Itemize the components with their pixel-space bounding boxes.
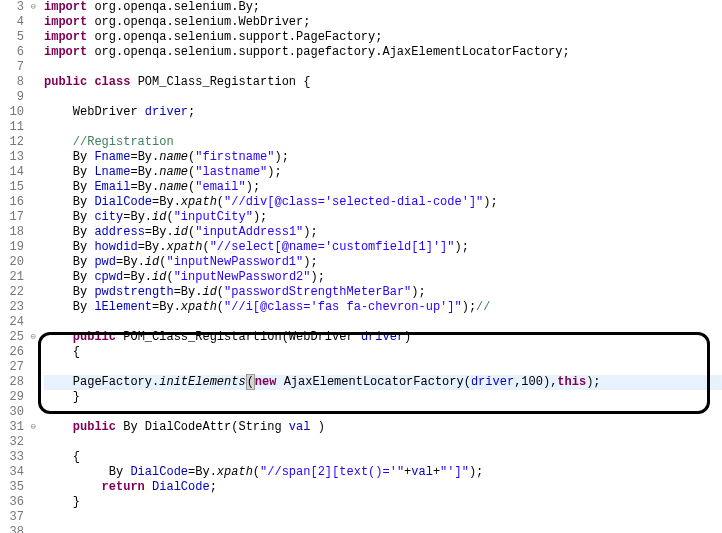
code-line[interactable]: import org.openqa.selenium.support.pagef… [44, 45, 722, 60]
token-method-static: xpath [166, 240, 202, 254]
token-method-static: id [202, 285, 216, 299]
code-line[interactable]: public By DialCodeAttr(String val ) [44, 420, 722, 435]
token-plain: ; [188, 105, 195, 119]
code-line[interactable]: //Registration [44, 135, 722, 150]
code-line[interactable]: By pwdstrength=By.id("passwordStrengthMe… [44, 285, 722, 300]
token-plain: ); [253, 210, 267, 224]
token-plain: ) [310, 420, 324, 434]
token-plain: POM_Class_Registartion(WebDriver [116, 330, 361, 344]
line-number: 7 [0, 60, 24, 75]
token-kw: class [94, 75, 130, 89]
token-method-static: name [159, 150, 188, 164]
code-line[interactable]: By pwd=By.id("inputNewPassword1"); [44, 255, 722, 270]
code-editor[interactable]: 3⊖45678910111213141516171819202122232425… [0, 0, 722, 533]
code-line[interactable] [44, 120, 722, 135]
code-line[interactable] [44, 510, 722, 525]
token-method-static: name [159, 165, 188, 179]
token-method-static: name [159, 180, 188, 194]
line-number: 17 [0, 210, 24, 225]
token-str: "inputNewPassword1" [166, 255, 303, 269]
token-plain: ); [411, 285, 425, 299]
code-line[interactable]: By Email=By.name("email"); [44, 180, 722, 195]
code-line[interactable] [44, 315, 722, 330]
line-number: 25⊖ [0, 330, 24, 345]
line-number-gutter: 3⊖45678910111213141516171819202122232425… [0, 0, 30, 533]
fold-marker-icon[interactable]: ⊖ [31, 330, 36, 345]
code-line[interactable]: By howdid=By.xpath("//select[@name='cust… [44, 240, 722, 255]
code-line[interactable]: { [44, 450, 722, 465]
token-plain: =By. [188, 465, 217, 479]
token-plain: ); [469, 465, 483, 479]
code-line[interactable]: { [44, 345, 722, 360]
line-number: 21 [0, 270, 24, 285]
code-line[interactable] [44, 360, 722, 375]
code-line[interactable]: WebDriver driver; [44, 105, 722, 120]
code-line[interactable]: By Lname=By.name("lastname"); [44, 165, 722, 180]
token-plain: =By. [130, 180, 159, 194]
code-line[interactable]: import org.openqa.selenium.By; [44, 0, 722, 15]
token-method-static: id [152, 210, 166, 224]
token-plain: By [73, 255, 95, 269]
token-str: "//i[@class='fas fa-chevron-up']" [224, 300, 462, 314]
token-plain: ); [267, 165, 281, 179]
line-number: 13 [0, 150, 24, 165]
line-number: 14 [0, 165, 24, 180]
code-line[interactable] [44, 525, 722, 533]
code-line[interactable]: } [44, 495, 722, 510]
token-kw: this [557, 375, 586, 389]
line-number: 22 [0, 285, 24, 300]
token-plain: By [73, 300, 95, 314]
token-plain: ); [303, 255, 317, 269]
line-number: 24 [0, 315, 24, 330]
code-line[interactable]: public class POM_Class_Registartion { [44, 75, 722, 90]
token-plain [145, 480, 152, 494]
code-line[interactable] [44, 90, 722, 105]
line-number: 18 [0, 225, 24, 240]
fold-marker-icon[interactable]: ⊖ [31, 0, 36, 15]
code-line[interactable]: By DialCode=By.xpath("//div[@class='sele… [44, 195, 722, 210]
line-number: 6 [0, 45, 24, 60]
code-line[interactable] [44, 60, 722, 75]
token-plain: ,100), [514, 375, 557, 389]
token-plain: By [73, 225, 95, 239]
code-line[interactable]: By address=By.id("inputAddress1"); [44, 225, 722, 240]
line-number: 26 [0, 345, 24, 360]
token-ident: Lname [94, 165, 130, 179]
token-str: "inputNewPassword2" [174, 270, 311, 284]
token-plain: ) [404, 330, 411, 344]
code-line[interactable]: import org.openqa.selenium.WebDriver; [44, 15, 722, 30]
token-ident: val [289, 420, 311, 434]
code-line[interactable] [44, 435, 722, 450]
token-plain: =By. [123, 210, 152, 224]
code-line[interactable]: By Fname=By.name("firstname"); [44, 150, 722, 165]
line-number: 34 [0, 465, 24, 480]
token-plain: By [73, 210, 95, 224]
code-line[interactable]: PageFactory.initElements(new AjaxElement… [44, 375, 722, 390]
code-line[interactable]: By city=By.id("inputCity"); [44, 210, 722, 225]
token-kw: import [44, 30, 87, 44]
token-ident: pwd [94, 255, 116, 269]
line-number: 33 [0, 450, 24, 465]
code-area[interactable]: import org.openqa.selenium.By;import org… [30, 0, 722, 533]
token-method-static: id [152, 270, 166, 284]
code-line[interactable]: import org.openqa.selenium.support.PageF… [44, 30, 722, 45]
code-line[interactable]: } [44, 390, 722, 405]
code-line[interactable] [44, 405, 722, 420]
token-plain: } [73, 495, 80, 509]
token-plain: } [73, 390, 80, 404]
token-plain: ( [166, 270, 173, 284]
code-line[interactable]: By DialCode=By.xpath("//span[2][text()='… [44, 465, 722, 480]
token-ident: Email [94, 180, 130, 194]
token-str: "passwordStrengthMeterBar" [224, 285, 411, 299]
token-kw: new [255, 375, 277, 389]
code-line[interactable]: return DialCode; [44, 480, 722, 495]
token-plain: By [102, 465, 131, 479]
line-number: 37 [0, 510, 24, 525]
code-line[interactable]: public POM_Class_Registartion(WebDriver … [44, 330, 722, 345]
token-plain: PageFactory. [73, 375, 159, 389]
fold-marker-icon[interactable]: ⊖ [31, 420, 36, 435]
code-line[interactable]: By cpwd=By.id("inputNewPassword2"); [44, 270, 722, 285]
token-comment: //Registration [73, 135, 174, 149]
code-line[interactable]: By lElement=By.xpath("//i[@class='fas fa… [44, 300, 722, 315]
token-kw: import [44, 45, 87, 59]
